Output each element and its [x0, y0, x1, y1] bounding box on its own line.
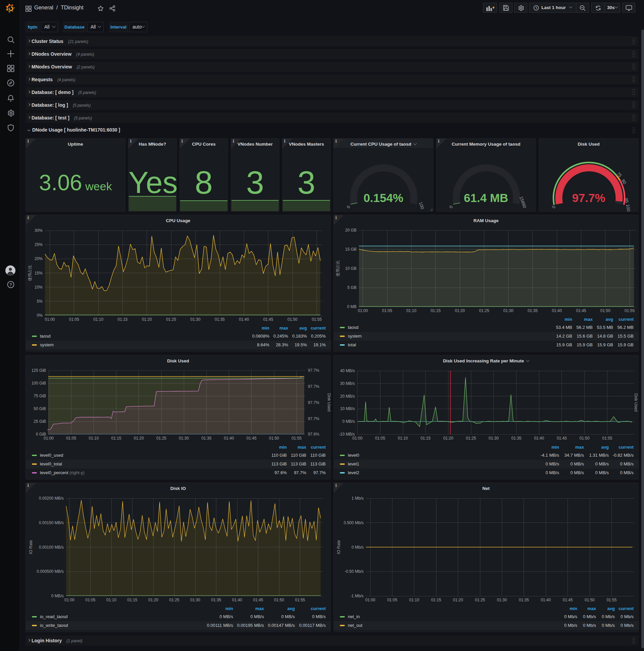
svg-text:5%: 5%: [37, 299, 43, 304]
svg-text:0 Mb/s: 0 Mb/s: [352, 545, 363, 550]
svg-text:30 MB/s: 30 MB/s: [340, 381, 355, 386]
svg-text:-10 MB/s: -10 MB/s: [339, 432, 355, 437]
svg-text:01:05: 01:05: [69, 317, 79, 322]
svg-text:01:10: 01:10: [406, 308, 416, 313]
svg-text:01:00: 01:00: [64, 598, 74, 602]
svg-text:01:15: 01:15: [111, 436, 121, 441]
svg-text:0.00200 MB/s: 0.00200 MB/s: [39, 496, 64, 501]
svg-text:0 MB/s: 0 MB/s: [343, 419, 355, 424]
svg-text:01:10: 01:10: [409, 598, 419, 602]
svg-text:01:40: 01:40: [552, 308, 562, 313]
svg-text:01:25: 01:25: [166, 317, 176, 322]
svg-text:01:35: 01:35: [211, 598, 221, 602]
svg-text:01:20: 01:20: [443, 436, 453, 441]
svg-text:20 MB/s: 20 MB/s: [340, 394, 355, 399]
svg-text:75 GiB: 75 GiB: [34, 394, 46, 398]
svg-text:0%: 0%: [37, 313, 43, 318]
svg-text:97.7%: 97.7%: [308, 416, 319, 421]
svg-text:0.00100 MB/s: 0.00100 MB/s: [39, 545, 64, 550]
svg-text:01:30: 01:30: [489, 436, 499, 441]
svg-text:0 MB: 0 MB: [347, 304, 357, 309]
svg-text:01:05: 01:05: [387, 598, 397, 602]
svg-text:15%: 15%: [35, 271, 42, 276]
svg-text:01:35: 01:35: [519, 598, 529, 602]
svg-text:01:35: 01:35: [527, 308, 538, 313]
svg-text:01:50: 01:50: [580, 436, 590, 441]
svg-text:01:15: 01:15: [431, 308, 441, 313]
svg-text:20%: 20%: [35, 256, 42, 261]
svg-text:01:05: 01:05: [375, 436, 385, 441]
svg-text:0.500 Mb/s: 0.500 Mb/s: [344, 521, 363, 525]
svg-text:IO Rate: IO Rate: [29, 540, 33, 554]
svg-text:40 MB/s: 40 MB/s: [340, 368, 355, 373]
svg-text:01:55: 01:55: [295, 598, 305, 602]
svg-text:01:40: 01:40: [224, 436, 234, 441]
svg-text:01:50: 01:50: [287, 317, 297, 322]
svg-text:01:15: 01:15: [127, 598, 137, 602]
svg-text:30%: 30%: [35, 228, 42, 233]
svg-text:01:50: 01:50: [585, 598, 595, 602]
svg-text:01:15: 01:15: [421, 436, 431, 441]
svg-text:97.6%: 97.6%: [308, 432, 319, 437]
svg-text:01:30: 01:30: [179, 436, 189, 441]
svg-text:IO Rate: IO Rate: [336, 540, 341, 554]
svg-text:01:10: 01:10: [106, 598, 117, 602]
svg-text:01:00: 01:00: [353, 436, 362, 441]
svg-text:01:45: 01:45: [253, 598, 263, 602]
svg-text:01:30: 01:30: [497, 598, 507, 602]
svg-text:100 GiB: 100 GiB: [32, 381, 46, 385]
svg-text:20 GB: 20 GB: [345, 228, 357, 232]
svg-text:-0.50 Mb/s: -0.50 Mb/s: [345, 569, 363, 574]
svg-text:01:55: 01:55: [624, 308, 635, 313]
svg-text:01:35: 01:35: [215, 317, 225, 322]
svg-text:Disk Used: Disk Used: [634, 393, 638, 412]
svg-text:10 MB/s: 10 MB/s: [340, 406, 355, 411]
svg-text:01:45: 01:45: [263, 317, 273, 322]
svg-text:10 GB: 10 GB: [345, 266, 357, 271]
svg-text:0 MB/s: 0 MB/s: [51, 594, 64, 598]
svg-text:01:20: 01:20: [453, 598, 463, 602]
svg-text:01:50: 01:50: [269, 436, 279, 441]
svg-text:0.00150 MB/s: 0.00150 MB/s: [39, 521, 64, 525]
svg-text:01:10: 01:10: [93, 317, 103, 322]
svg-text:01:45: 01:45: [247, 436, 257, 441]
svg-text:使用占比: 使用占比: [335, 260, 340, 277]
svg-text:01:10: 01:10: [89, 436, 99, 441]
svg-text:01:00: 01:00: [43, 436, 54, 441]
svg-text:-1 Mb/s: -1 Mb/s: [350, 594, 363, 598]
svg-text:01:35: 01:35: [511, 436, 521, 441]
svg-text:使用占比: 使用占比: [28, 265, 32, 281]
svg-text:01:15: 01:15: [118, 317, 127, 322]
svg-text:01:25: 01:25: [466, 436, 476, 441]
svg-text:25%: 25%: [35, 242, 42, 247]
svg-text:97.7%: 97.7%: [308, 368, 319, 373]
svg-text:1 Mb/s: 1 Mb/s: [352, 496, 363, 501]
svg-text:01:00: 01:00: [358, 308, 368, 313]
svg-text:01:50: 01:50: [274, 598, 284, 602]
svg-text:01:40: 01:40: [239, 317, 249, 322]
svg-text:01:05: 01:05: [85, 598, 95, 602]
svg-text:01:20: 01:20: [455, 308, 465, 313]
svg-text:15 GB: 15 GB: [345, 247, 357, 252]
svg-text:5 GB: 5 GB: [348, 285, 357, 290]
svg-text:01:30: 01:30: [191, 317, 201, 322]
svg-text:25 GiB: 25 GiB: [34, 419, 46, 424]
svg-text:01:30: 01:30: [190, 598, 200, 602]
svg-text:01:50: 01:50: [601, 308, 610, 313]
svg-text:10%: 10%: [35, 285, 42, 289]
svg-text:01:45: 01:45: [563, 598, 573, 602]
svg-text:01:20: 01:20: [142, 317, 152, 322]
svg-text:01:20: 01:20: [148, 598, 158, 602]
svg-text:01:25: 01:25: [156, 436, 166, 441]
svg-text:01:55: 01:55: [312, 317, 322, 322]
svg-text:01:40: 01:40: [534, 436, 544, 441]
svg-text:97.7%: 97.7%: [308, 400, 319, 405]
svg-text:0 GiB: 0 GiB: [36, 432, 46, 437]
svg-text:01:25: 01:25: [169, 598, 179, 602]
svg-text:01:45: 01:45: [576, 308, 586, 313]
svg-text:125 GiB: 125 GiB: [32, 368, 46, 373]
svg-text:50 GiB: 50 GiB: [34, 406, 46, 411]
svg-text:01:20: 01:20: [134, 436, 144, 441]
svg-text:97.7%: 97.7%: [308, 384, 319, 389]
svg-text:01:15: 01:15: [431, 598, 441, 602]
